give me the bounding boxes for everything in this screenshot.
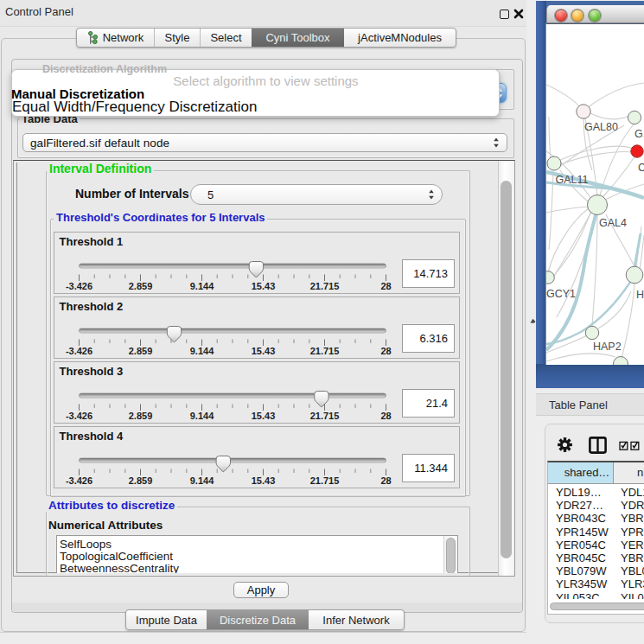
svg-text:15.43: 15.43 bbox=[252, 410, 276, 420]
svg-text:2.859: 2.859 bbox=[129, 410, 153, 420]
svg-text:9.144: 9.144 bbox=[190, 345, 214, 355]
svg-text:Threshold 1: Threshold 1 bbox=[60, 235, 124, 248]
svg-text:GAL80: GAL80 bbox=[584, 121, 618, 133]
svg-text:28: 28 bbox=[380, 280, 391, 290]
svg-text:HAP2: HAP2 bbox=[593, 341, 622, 353]
svg-text:Threshold 3: Threshold 3 bbox=[60, 365, 124, 378]
svg-text:15.43: 15.43 bbox=[252, 345, 276, 355]
svg-text:9.144: 9.144 bbox=[190, 475, 214, 485]
svg-text:2.859: 2.859 bbox=[129, 475, 153, 485]
svg-text:Threshold 4: Threshold 4 bbox=[60, 430, 124, 443]
svg-text:21.715: 21.715 bbox=[310, 410, 340, 420]
svg-text:-3.426: -3.426 bbox=[66, 410, 92, 420]
svg-text:GCY1: GCY1 bbox=[546, 288, 576, 300]
svg-text:28: 28 bbox=[380, 345, 391, 355]
svg-text:15.43: 15.43 bbox=[252, 475, 276, 485]
svg-text:2.859: 2.859 bbox=[129, 345, 153, 355]
svg-text:9.144: 9.144 bbox=[190, 410, 214, 420]
svg-text:GAL4: GAL4 bbox=[599, 217, 627, 229]
svg-text:15.43: 15.43 bbox=[252, 280, 276, 290]
svg-text:21.715: 21.715 bbox=[310, 475, 340, 485]
svg-text:-3.426: -3.426 bbox=[66, 475, 92, 485]
svg-text:28: 28 bbox=[380, 475, 391, 485]
svg-text:C: C bbox=[638, 162, 644, 174]
svg-text:21.715: 21.715 bbox=[310, 345, 340, 355]
svg-text:28: 28 bbox=[380, 410, 391, 420]
svg-text:21.715: 21.715 bbox=[310, 280, 340, 290]
svg-text:H: H bbox=[636, 289, 644, 301]
svg-text:-3.426: -3.426 bbox=[66, 345, 92, 355]
svg-text:Threshold 2: Threshold 2 bbox=[60, 300, 124, 313]
svg-text:9.144: 9.144 bbox=[190, 280, 214, 290]
svg-text:-3.426: -3.426 bbox=[66, 280, 92, 290]
svg-text:2.859: 2.859 bbox=[129, 280, 153, 290]
svg-text:G.: G. bbox=[634, 128, 644, 140]
svg-text:GAL11: GAL11 bbox=[556, 174, 589, 186]
